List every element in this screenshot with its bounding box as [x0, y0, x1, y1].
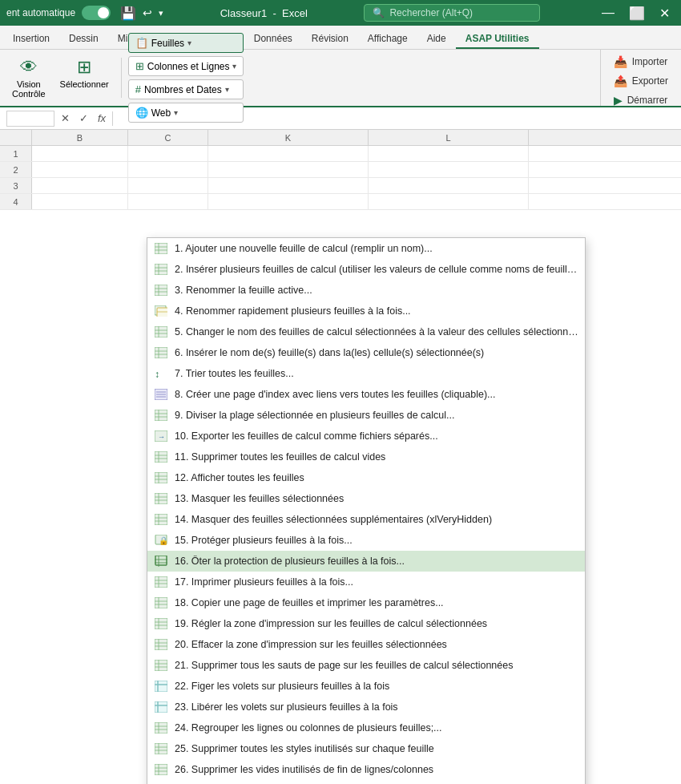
cell-l2[interactable]: [369, 162, 529, 177]
nombres-dates-dropdown[interactable]: # Nombres et Dates ▾: [128, 79, 244, 99]
menu-item-icon-1: [154, 242, 168, 255]
feuilles-chevron: ▾: [187, 38, 191, 47]
tab-insertion[interactable]: Insertion: [3, 28, 59, 49]
cell-b3[interactable]: [32, 178, 128, 193]
tab-dessin[interactable]: Dessin: [59, 28, 108, 49]
menu-item-icon-18: [154, 596, 168, 609]
exporter-icon: 📤: [614, 75, 627, 87]
formula-controls: ✕ ✓ fx: [58, 112, 109, 124]
importer-button[interactable]: 📥 Importer: [607, 53, 675, 71]
tab-revision[interactable]: Révision: [302, 28, 358, 49]
exporter-button[interactable]: 📤 Exporter: [607, 72, 675, 90]
title-bar-title: Classeur1 - Excel: [220, 7, 308, 19]
menu-item-18[interactable]: 18. Copier une page de feuilles et impri…: [147, 592, 585, 613]
web-label: Web: [151, 107, 171, 119]
menu-item-27[interactable]: 27. Rétablir la dernière cellule d'Excel: [147, 780, 585, 784]
menu-item-21[interactable]: 21. Supprimer tous les sauts de page sur…: [147, 655, 585, 676]
colonnes-lignes-dropdown[interactable]: ⊞ Colonnes et Lignes ▾: [128, 56, 244, 76]
svg-rect-60: [155, 597, 167, 608]
menu-item-19[interactable]: 19. Régler la zone d'impression sur les …: [147, 613, 585, 634]
demarrer-button[interactable]: ▶ Démarrer: [607, 91, 675, 109]
minimize-icon[interactable]: —: [597, 6, 619, 20]
menu-item-13[interactable]: 13. Masquer les feuilles sélectionnées: [147, 488, 585, 509]
title-bar: ent automatique 💾 ↩ ▾ Classeur1 - Excel …: [0, 0, 681, 26]
menu-item-11[interactable]: 11. Supprimer toutes les feuilles de cal…: [147, 447, 585, 467]
feuilles-label: Feuilles: [151, 38, 184, 49]
cell-c2[interactable]: [128, 162, 208, 177]
cell-c1[interactable]: [128, 146, 208, 161]
col-header-L[interactable]: L: [369, 130, 529, 145]
quick-access-arrow[interactable]: ▾: [159, 8, 163, 18]
maximize-icon[interactable]: ⬜: [624, 6, 650, 21]
window-controls: — ⬜ ✕: [597, 6, 675, 21]
selectionner-button[interactable]: ⊞ Sélectionner .: [54, 53, 115, 103]
auto-save-toggle[interactable]: [82, 6, 111, 20]
menu-item-26[interactable]: 26. Supprimer les vides inutilisés de fi…: [147, 759, 585, 780]
menu-item-20[interactable]: 20. Effacer la zone d'impression sur les…: [147, 634, 585, 655]
menu-item-17[interactable]: 17. Imprimer plusieurs feuilles à la foi…: [147, 572, 585, 592]
auto-save-label: ent automatique: [6, 7, 75, 18]
menu-item-16[interactable]: 16. Ôter la protection de plusieurs feui…: [147, 551, 585, 572]
selectionner-label: Sélectionner: [60, 79, 109, 89]
search-placeholder: Rechercher (Alt+Q): [389, 7, 473, 18]
menu-item-5[interactable]: 5. Changer le nom des feuilles de calcul…: [147, 321, 585, 342]
cell-c4[interactable]: [128, 194, 208, 209]
web-dropdown[interactable]: 🌐 Web ▾: [128, 103, 244, 123]
cell-k3[interactable]: [208, 178, 369, 193]
menu-item-8[interactable]: 8. Créer une page d'index avec liens ver…: [147, 384, 585, 405]
menu-item-12[interactable]: 12. Afficher toutes les feuilles: [147, 467, 585, 488]
menu-item-24[interactable]: 24. Regrouper les lignes ou colonnes de …: [147, 717, 585, 738]
tab-asap-utilities[interactable]: ASAP Utilities: [456, 28, 539, 49]
name-box[interactable]: [6, 111, 54, 127]
cell-l4[interactable]: [369, 194, 529, 209]
row-num-3: 3: [0, 178, 32, 193]
undo-icon[interactable]: ↩: [143, 6, 152, 19]
menu-item-3[interactable]: 3. Renommer la feuille active...: [147, 280, 585, 301]
tab-aide[interactable]: Aide: [417, 28, 456, 49]
cell-k2[interactable]: [208, 162, 369, 177]
vision-controle-button[interactable]: 👁 Vision Contrôle: [6, 53, 51, 103]
menu-item-9[interactable]: 9. Diviser la plage sélectionnée en plus…: [147, 405, 585, 426]
menu-item-icon-25: [154, 742, 168, 755]
menu-item-23[interactable]: 23. Libérer les volets sur plusieurs feu…: [147, 697, 585, 717]
confirm-formula-icon[interactable]: ✓: [76, 112, 91, 124]
search-box[interactable]: 🔍 Rechercher (Alt+Q): [364, 4, 540, 22]
menu-item-25[interactable]: 25. Supprimer toutes les styles inutilis…: [147, 738, 585, 759]
menu-item-6[interactable]: 6. Insérer le nom de(s) feuille(s) dans …: [147, 342, 585, 363]
menu-item-10[interactable]: →10. Exporter les feuilles de calcul com…: [147, 426, 585, 447]
cell-l1[interactable]: [369, 146, 529, 161]
menu-item-14[interactable]: 14. Masquer des feuilles sélectionnées s…: [147, 509, 585, 530]
table-row: 4: [0, 194, 681, 210]
cell-l3[interactable]: [369, 178, 529, 193]
svg-rect-76: [155, 681, 167, 692]
menu-item-22[interactable]: 22. Figer les volets sur plusieurs feuil…: [147, 676, 585, 697]
menu-item-text-17: 17. Imprimer plusieurs feuilles à la foi…: [175, 576, 578, 588]
menu-item-1[interactable]: 1. Ajouter une nouvelle feuille de calcu…: [147, 238, 585, 259]
menu-item-7[interactable]: ↕7. Trier toutes les feuilles...: [147, 363, 585, 384]
col-header-K[interactable]: K: [208, 130, 369, 145]
menu-item-4[interactable]: 4. Renommer rapidement plusieurs feuille…: [147, 301, 585, 321]
menu-item-icon-14: [154, 513, 168, 526]
svg-rect-68: [155, 639, 167, 650]
cell-k4[interactable]: [208, 194, 369, 209]
cell-b4[interactable]: [32, 194, 128, 209]
cell-b2[interactable]: [32, 162, 128, 177]
filename-label: Classeur1: [220, 7, 268, 19]
cell-k1[interactable]: [208, 146, 369, 161]
vision-controle-label2: Contrôle: [12, 89, 46, 99]
insert-function-icon[interactable]: fx: [95, 112, 109, 124]
spreadsheet-area: B C K L 1 2 3 4: [0, 130, 681, 784]
close-icon[interactable]: ✕: [655, 6, 675, 21]
cell-b1[interactable]: [32, 146, 128, 161]
cancel-formula-icon[interactable]: ✕: [58, 112, 73, 124]
save-icon[interactable]: 💾: [120, 6, 136, 21]
col-header-C[interactable]: C: [128, 130, 208, 145]
menu-item-15[interactable]: 🔒15. Protéger plusieurs feuilles à la fo…: [147, 530, 585, 551]
search-icon: 🔍: [373, 7, 385, 18]
col-header-B[interactable]: B: [32, 130, 128, 145]
menu-item-2[interactable]: 2. Insérer plusieurs feuilles de calcul …: [147, 259, 585, 280]
cell-c3[interactable]: [128, 178, 208, 193]
tab-affichage[interactable]: Affichage: [358, 28, 417, 49]
tab-donnees[interactable]: Données: [244, 28, 302, 49]
feuilles-dropdown[interactable]: 📋 Feuilles ▾: [128, 33, 244, 53]
